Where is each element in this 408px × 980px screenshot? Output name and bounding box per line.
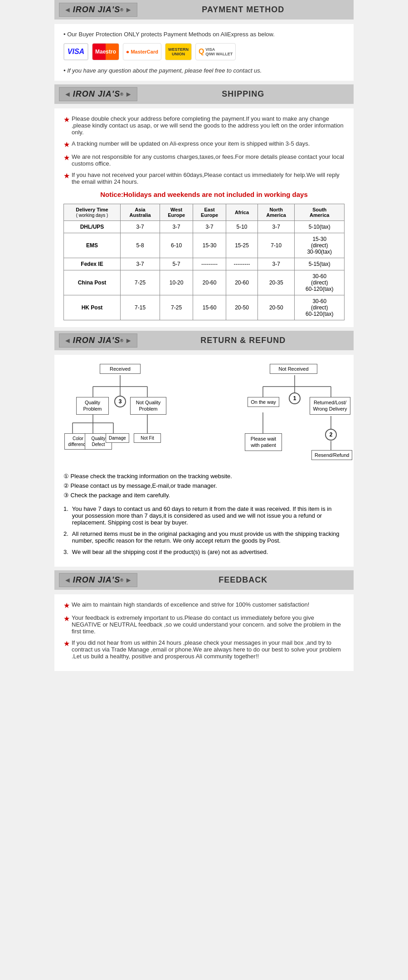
shipping-star1: ★ Please double check your address befor…: [63, 115, 345, 136]
table-row: Fedex IE 3-7 5-7 --------- --------- 3-7…: [64, 258, 345, 270]
table-row: China Post 7-25 10-20 20-60 20-60 20-35 …: [64, 270, 345, 295]
not-fit-box: Not Fit: [134, 433, 161, 443]
circle3-badge: 3: [114, 396, 126, 407]
return-list-item3: 3. We will bear all the shipping cost if…: [63, 549, 345, 555]
right-arrow-icon2: ►: [125, 90, 132, 98]
star-icon2: ★: [63, 140, 70, 149]
feedback-content: ★ We aim to maintain high standards of e…: [54, 594, 354, 671]
carrier-chinapost: China Post: [64, 270, 121, 295]
shipping-header: ◄ IRON JIA'S® ► SHIPPING: [54, 84, 354, 104]
table-header-east-europe: EastEurope: [193, 204, 226, 221]
feedback-logo-box: ◄ IRON JIA'S® ►: [59, 573, 137, 587]
shipping-content: ★ Please double check your address befor…: [54, 108, 354, 327]
star-icon3: ★: [63, 153, 70, 162]
shipping-logo-box: ◄ IRON JIA'S® ►: [59, 87, 137, 101]
list-num3: 3.: [63, 549, 68, 555]
feedback-star2: ★ Your feedback is extremely important t…: [63, 614, 345, 635]
payment-header: ◄ IRON JIA'S® ► PAYMENT METHOD: [54, 0, 354, 20]
shipping-title: SHIPPING: [137, 89, 349, 99]
return-list: 1. You have 7 days to contact us and 60 …: [63, 505, 345, 555]
quality-problem-box: QualityProblem: [76, 397, 109, 415]
logo-text: IRON JIA'S: [73, 5, 120, 15]
table-header-africa: Africa: [226, 204, 258, 221]
received-box: Received: [100, 364, 141, 374]
left-arrow-icon: ◄: [64, 6, 71, 14]
return-info1: ① Please check the tracking information …: [63, 473, 345, 480]
feedback-star-icon1: ★: [63, 601, 70, 610]
right-arrow-icon: ►: [125, 6, 132, 14]
please-wait-box: Please waitwith patient: [245, 433, 282, 451]
left-arrow-icon4: ◄: [64, 576, 71, 584]
shipping-star4: ★ If you have not received your parcel w…: [63, 172, 345, 185]
mastercard-logo: ●● MasterCard: [123, 43, 161, 60]
list-num1: 1.: [63, 505, 68, 526]
return-list-item1: 1. You have 7 days to contact us and 60 …: [63, 505, 345, 526]
shipping-table: Delivery Time( working days ) AsiaAustra…: [63, 204, 345, 320]
visa-logo: VISA: [63, 43, 88, 60]
damage-box: Damage: [106, 433, 129, 443]
return-list-item2: 2. All returned items must be in the ori…: [63, 530, 345, 544]
circle2-badge: 2: [325, 429, 337, 441]
feedback-star3: ★ If you did not hear from us within 24 …: [63, 639, 345, 660]
returned-box: Returned/Lost/Wrong Delivery: [310, 397, 350, 415]
star-icon1: ★: [63, 115, 70, 124]
return-logo-box: ◄ IRON JIA'S® ►: [59, 333, 137, 348]
return-header: ◄ IRON JIA'S® ► RETURN & REFUND: [54, 331, 354, 350]
return-content: Received 3 QualityProblem Not QualityPro…: [54, 355, 354, 567]
return-logo-text: IRON JIA'S: [73, 336, 120, 345]
table-row: EMS 5-8 6-10 15-30 15-25 7-10 15-30(dire…: [64, 233, 345, 258]
return-info: ① Please check the tracking information …: [63, 473, 345, 499]
table-header-asia: AsiaAustralia: [120, 204, 160, 221]
western-union-logo: WESTERNUNION: [165, 43, 192, 60]
carrier-hkpost: HK Post: [64, 295, 121, 320]
list-num2: 2.: [63, 530, 68, 544]
flow-diagram: Received 3 QualityProblem Not QualityPro…: [63, 362, 345, 466]
carrier-ems: EMS: [64, 233, 121, 258]
maestro-logo: Maestro: [92, 43, 119, 60]
shipping-star2: ★ A tracking number will be updated on A…: [63, 140, 345, 149]
table-header-north-america: NorthAmerica: [257, 204, 295, 221]
return-info3: ③ Check the package and item carefully.: [63, 492, 345, 499]
not-received-box: Not Received: [270, 364, 317, 374]
table-header-delivery: Delivery Time( working days ): [64, 204, 121, 221]
carrier-dhl: DHL/UPS: [64, 221, 121, 233]
payment-contact: • If you have any question about the pay…: [63, 67, 345, 74]
table-header-west-europe: WestEurope: [160, 204, 193, 221]
circle1-badge: 1: [289, 392, 301, 404]
table-row: DHL/UPS 3-7 3-7 3-7 5-10 3-7 5-10(tax): [64, 221, 345, 233]
payment-bullet1: • Our Buyer Protection ONLY protects Pay…: [63, 31, 345, 38]
return-info2: ② Please contact us by message,E-mail,or…: [63, 482, 345, 489]
shipping-logo-text: IRON JIA'S: [73, 89, 120, 99]
bullet-point: •: [63, 31, 67, 38]
feedback-title: FEEDBACK: [137, 575, 349, 585]
qiwi-logo: Q VISAQIWI WALLET: [195, 43, 236, 60]
right-arrow-icon4: ►: [125, 576, 132, 584]
star-icon4: ★: [63, 172, 70, 180]
table-row: HK Post 7-15 7-25 15-60 20-50 20-50 30-6…: [64, 295, 345, 320]
feedback-star1: ★ We aim to maintain high standards of e…: [63, 601, 345, 610]
right-arrow-icon3: ►: [125, 337, 132, 345]
feedback-star-icon3: ★: [63, 639, 70, 648]
logo-box: ◄ IRON JIA'S® ►: [59, 3, 137, 17]
on-the-way-box: On the way: [248, 397, 279, 407]
payment-content: • Our Buyer Protection ONLY protects Pay…: [54, 24, 354, 81]
payment-logos-row: VISA Maestro ●● MasterCard WESTERNUNION …: [63, 43, 345, 60]
shipping-notice: Notice:Holidays and weekends are not inc…: [63, 191, 345, 198]
table-header-south-america: SouthAmerica: [295, 204, 345, 221]
return-title: RETURN & REFUND: [137, 336, 349, 345]
resend-refund-box: Resend/Refund: [311, 450, 352, 460]
feedback-logo-text: IRON JIA'S: [73, 575, 120, 585]
left-arrow-icon2: ◄: [64, 90, 71, 98]
carrier-fedex: Fedex IE: [64, 258, 121, 270]
shipping-star3: ★ We are not responsible for any customs…: [63, 153, 345, 167]
payment-title: PAYMENT METHOD: [137, 5, 349, 15]
feedback-header: ◄ IRON JIA'S® ► FEEDBACK: [54, 570, 354, 590]
not-quality-problem-box: Not QualityProblem: [130, 397, 166, 415]
left-arrow-icon3: ◄: [64, 337, 71, 345]
feedback-star-icon2: ★: [63, 614, 70, 623]
